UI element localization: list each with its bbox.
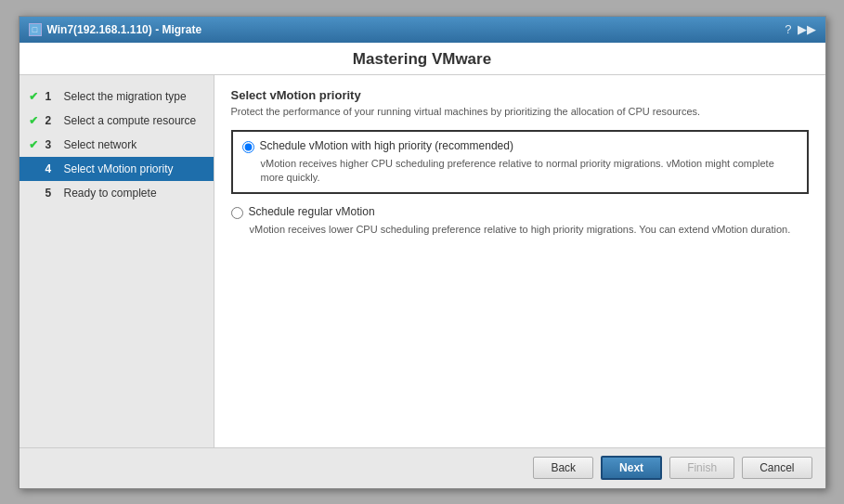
sidebar-label-5: Ready to complete: [64, 187, 157, 200]
panel-title: Select vMotion priority: [231, 88, 809, 102]
sidebar-item-5[interactable]: 5 Ready to complete: [19, 181, 214, 205]
sidebar-label-3: Select network: [64, 138, 137, 151]
sidebar-item-2[interactable]: ✔ 2 Select a compute resource: [19, 109, 214, 133]
sidebar-item-4[interactable]: 4 Select vMotion priority: [19, 157, 214, 181]
sidebar-label-2: Select a compute resource: [64, 114, 197, 127]
regular-priority-option-row: Schedule regular vMotion: [231, 205, 809, 219]
sidebar-item-1[interactable]: ✔ 1 Select the migration type: [19, 84, 214, 109]
vm-icon: □: [29, 23, 42, 36]
finish-button[interactable]: Finish: [669, 457, 734, 479]
high-priority-radio[interactable]: [242, 141, 254, 153]
step-num-1: 1: [45, 90, 58, 103]
expand-button[interactable]: ▶▶: [798, 22, 816, 36]
migrate-dialog: □ Win7(192.168.1.110) - Migrate ? ▶▶ Mas…: [19, 16, 826, 489]
main-panel: Select vMotion priority Protect the perf…: [214, 75, 825, 447]
title-bar-left: □ Win7(192.168.1.110) - Migrate: [29, 23, 202, 36]
check-icon-3: ✔: [29, 138, 40, 151]
high-priority-label[interactable]: Schedule vMotion with high priority (rec…: [260, 139, 513, 152]
check-icon-1: ✔: [29, 90, 40, 103]
dialog-title: Win7(192.168.1.110) - Migrate: [47, 23, 202, 36]
title-bar-controls: ? ▶▶: [785, 22, 815, 36]
sidebar-label-4: Select vMotion priority: [64, 162, 174, 175]
help-button[interactable]: ?: [785, 22, 791, 36]
step-num-4: 4: [45, 162, 58, 175]
regular-priority-desc: vMotion receives lower CPU scheduling pr…: [250, 223, 809, 237]
high-priority-option-row: Schedule vMotion with high priority (rec…: [242, 139, 798, 153]
next-button[interactable]: Next: [601, 456, 662, 480]
back-button[interactable]: Back: [533, 457, 593, 479]
content-area: ✔ 1 Select the migration type ✔ 2 Select…: [19, 75, 825, 447]
high-priority-desc: vMotion receives higher CPU scheduling p…: [261, 157, 798, 186]
high-priority-option-box: Schedule vMotion with high priority (rec…: [231, 130, 809, 195]
regular-priority-label[interactable]: Schedule regular vMotion: [249, 205, 375, 218]
sidebar-item-3[interactable]: ✔ 3 Select network: [19, 133, 214, 157]
sidebar: ✔ 1 Select the migration type ✔ 2 Select…: [19, 75, 214, 447]
footer: Back Next Finish Cancel: [19, 447, 825, 488]
step-num-3: 3: [45, 138, 58, 151]
title-bar: □ Win7(192.168.1.110) - Migrate ? ▶▶: [19, 17, 825, 43]
step-num-5: 5: [45, 187, 58, 200]
main-header: Mastering VMware: [19, 43, 825, 75]
check-icon-2: ✔: [29, 114, 40, 127]
step-num-2: 2: [45, 114, 58, 127]
regular-priority-option-group: Schedule regular vMotion vMotion receive…: [231, 205, 809, 237]
cancel-button[interactable]: Cancel: [742, 457, 812, 479]
regular-priority-radio[interactable]: [231, 207, 243, 219]
sidebar-label-1: Select the migration type: [64, 90, 187, 103]
panel-subtitle: Protect the performance of your running …: [231, 106, 809, 117]
